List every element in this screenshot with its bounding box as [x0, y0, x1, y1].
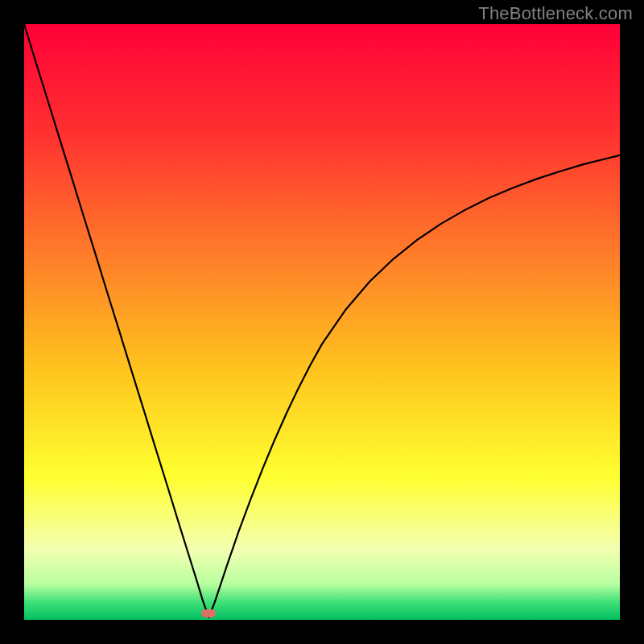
watermark-text: TheBottleneck.com: [478, 3, 633, 24]
optimum-marker: [201, 609, 216, 617]
bottleneck-chart: [24, 24, 620, 620]
chart-container: TheBottleneck.com: [0, 0, 644, 644]
gradient-background: [24, 24, 620, 620]
